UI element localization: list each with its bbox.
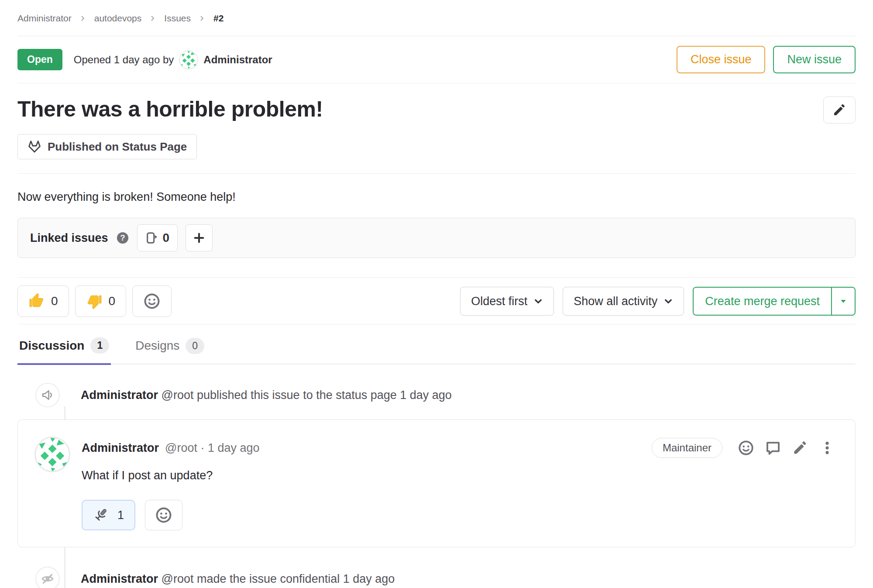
linked-issues-label: Linked issues <box>30 231 108 245</box>
add-award-emoji-button[interactable] <box>132 285 172 317</box>
plus-icon <box>192 231 206 244</box>
avatar[interactable] <box>34 437 70 472</box>
issue-page: Administrator autodevops Issues #2 Open … <box>0 0 873 588</box>
chevron-right-icon <box>149 15 156 22</box>
comment-body: What if I post an update? <box>82 469 839 482</box>
thumbs-up-count: 0 <box>51 294 58 308</box>
pencil-icon <box>792 440 808 456</box>
create-merge-request-caret-button[interactable] <box>831 288 855 315</box>
activity-filter-value: Show all activity <box>574 295 657 308</box>
thumbs-down-count: 0 <box>109 294 116 308</box>
breadcrumb: Administrator autodevops Issues #2 <box>17 0 856 36</box>
discussion-timeline: Administrator @root published this issue… <box>17 364 856 588</box>
sort-dropdown[interactable]: Oldest first <box>460 287 554 316</box>
opened-meta: Opened 1 day ago by Administrator <box>74 50 272 69</box>
avatar[interactable] <box>179 50 198 69</box>
issue-description: Now everything is broken! Someone help! <box>17 190 856 204</box>
discussion-tabs: Discussion 1 Designs 0 <box>17 324 856 364</box>
issue-title: There was a horrible problem! <box>17 96 323 122</box>
create-merge-request-button[interactable]: Create merge request <box>694 288 831 315</box>
system-note-body: @root published this issue to the status… <box>162 389 452 402</box>
close-issue-button[interactable]: Close issue <box>677 46 766 73</box>
comment-author[interactable]: Administrator <box>82 441 159 455</box>
tab-designs-label: Designs <box>135 339 179 353</box>
edit-title-button[interactable] <box>823 96 856 124</box>
system-note-author[interactable]: Administrator <box>81 572 158 585</box>
role-badge: Maintainer <box>652 438 722 458</box>
comment-meta: @root · 1 day ago <box>165 441 260 455</box>
opened-author[interactable]: Administrator <box>203 54 272 66</box>
divider <box>17 173 856 174</box>
microphone-icon <box>93 506 110 524</box>
thumbs-up-icon <box>28 293 45 309</box>
status-badge: Open <box>17 49 62 70</box>
smiley-icon <box>738 440 754 456</box>
svg-text:?: ? <box>120 233 125 242</box>
tab-designs[interactable]: Designs 0 <box>134 337 206 364</box>
thumbs-down-icon <box>86 293 103 309</box>
microphone-reaction-button[interactable]: 1 <box>82 500 135 530</box>
smiley-icon <box>155 506 172 524</box>
chevron-down-icon <box>663 296 673 306</box>
linked-issues-count-button[interactable]: 0 <box>137 224 178 251</box>
chevron-right-icon <box>79 15 86 22</box>
published-badge-label: Published on Status Page <box>48 140 187 154</box>
smiley-icon <box>143 292 161 310</box>
reply-quote-button[interactable] <box>762 437 784 459</box>
tab-designs-count: 0 <box>186 338 204 354</box>
system-note-text: Administrator @root made the issue confi… <box>81 572 395 586</box>
more-actions-button[interactable] <box>816 437 839 459</box>
thumbs-down-award-button[interactable]: 0 <box>75 285 127 317</box>
tab-discussion[interactable]: Discussion 1 <box>17 337 111 365</box>
reaction-row: 1 <box>82 500 839 530</box>
add-linked-issue-button[interactable] <box>186 224 213 251</box>
comment-header: Administrator @root · 1 day ago Maintain… <box>82 437 839 459</box>
tab-discussion-label: Discussion <box>19 339 84 353</box>
breadcrumb-group[interactable]: Administrator <box>17 13 72 24</box>
chevron-right-icon <box>199 15 206 22</box>
pencil-icon <box>832 103 846 117</box>
tanuki-icon <box>27 140 41 154</box>
breadcrumb-issue-number: #2 <box>213 13 223 24</box>
thumbs-up-award-button[interactable]: 0 <box>17 285 69 317</box>
breadcrumb-issues[interactable]: Issues <box>164 13 191 24</box>
award-toolbar: 0 0 Oldest first Show all activity <box>17 278 856 324</box>
microphone-reaction-count: 1 <box>117 509 124 522</box>
edit-comment-button[interactable] <box>789 437 811 459</box>
issue-type-icon <box>145 231 158 244</box>
activity-filter-dropdown[interactable]: Show all activity <box>563 287 684 316</box>
comment-card: Administrator @root · 1 day ago Maintain… <box>17 420 856 547</box>
eye-slash-icon <box>35 567 60 588</box>
tab-discussion-count: 1 <box>90 337 109 354</box>
system-note-text: Administrator @root published this issue… <box>81 389 452 402</box>
system-note-confidential: Administrator @root made the issue confi… <box>17 547 856 588</box>
opened-text: Opened 1 day ago by <box>74 54 174 66</box>
add-reaction-button[interactable] <box>145 500 182 530</box>
system-note-body: @root made the issue confidential 1 day … <box>162 572 395 585</box>
megaphone-icon <box>35 383 60 407</box>
sort-dropdown-value: Oldest first <box>471 295 527 308</box>
breadcrumb-project[interactable]: autodevops <box>94 13 142 24</box>
chevron-down-icon <box>533 296 543 306</box>
system-note-author[interactable]: Administrator <box>81 389 158 402</box>
caret-down-icon <box>839 297 848 306</box>
published-status-badge: Published on Status Page <box>17 134 197 159</box>
new-issue-button[interactable]: New issue <box>773 46 856 73</box>
create-merge-request-split-button: Create merge request <box>693 287 856 316</box>
add-reaction-button[interactable] <box>735 437 757 459</box>
help-icon[interactable]: ? <box>116 231 129 244</box>
linked-issues-count: 0 <box>163 231 170 245</box>
comment-bubble-icon <box>765 440 781 456</box>
linked-issues-panel: Linked issues ? 0 <box>17 218 856 258</box>
system-note-published: Administrator @root published this issue… <box>17 364 856 407</box>
kebab-menu-icon <box>820 440 835 455</box>
issue-status-bar: Open Opened 1 day ago by Administrator <box>17 36 856 83</box>
